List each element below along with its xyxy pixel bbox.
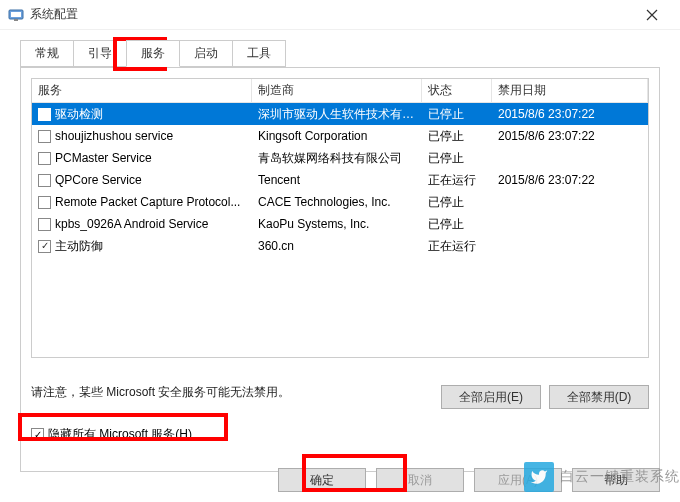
manufacturer-cell: 360.cn [252,239,422,253]
service-name: shoujizhushou service [55,129,173,143]
enable-disable-group: 全部启用(E) 全部禁用(D) [441,385,649,409]
tab-boot[interactable]: 引导 [73,40,127,67]
hide-microsoft-checkbox[interactable]: ✓ [31,428,44,441]
services-table: 服务 制造商 状态 禁用日期 驱动检测深圳市驱动人生软件技术有限...已停止20… [31,78,649,358]
tabs: 常规 引导 服务 启动 工具 [0,30,680,67]
col-disable-date[interactable]: 禁用日期 [492,79,648,102]
row-checkbox[interactable] [38,152,51,165]
manufacturer-cell: CACE Technologies, Inc. [252,195,422,209]
table-body: 驱动检测深圳市驱动人生软件技术有限...已停止2015/8/6 23:07:22… [32,103,648,257]
hide-microsoft-checkbox-row[interactable]: ✓ 隐藏所有 Microsoft 服务(H) [31,426,192,443]
status-cell: 正在运行 [422,172,492,189]
status-cell: 已停止 [422,128,492,145]
manufacturer-cell: 深圳市驱动人生软件技术有限... [252,106,422,123]
service-name: 主动防御 [55,238,103,255]
tab-startup[interactable]: 启动 [179,40,233,67]
table-row[interactable]: Remote Packet Capture Protocol...CACE Te… [32,191,648,213]
watermark: 白云一键重装系统 [524,462,680,492]
tab-services[interactable]: 服务 [126,40,180,67]
watermark-icon [524,462,554,492]
tab-tools[interactable]: 工具 [232,40,286,67]
window-title: 系统配置 [30,6,632,23]
row-checkbox[interactable]: ✓ [38,240,51,253]
table-row[interactable]: shoujizhushou serviceKingsoft Corporatio… [32,125,648,147]
row-checkbox[interactable] [38,130,51,143]
services-pane: 服务 制造商 状态 禁用日期 驱动检测深圳市驱动人生软件技术有限...已停止20… [20,67,660,472]
status-cell: 已停止 [422,216,492,233]
row-checkbox[interactable] [38,108,51,121]
status-cell: 已停止 [422,194,492,211]
table-row[interactable]: kpbs_0926A Android ServiceKaoPu Systems,… [32,213,648,235]
app-icon [8,7,24,23]
service-name: 驱动检测 [55,106,103,123]
col-manufacturer[interactable]: 制造商 [252,79,422,102]
svg-rect-1 [11,12,21,17]
tab-general[interactable]: 常规 [20,40,74,67]
service-name: PCMaster Service [55,151,152,165]
col-status[interactable]: 状态 [422,79,492,102]
service-name: kpbs_0926A Android Service [55,217,208,231]
table-row[interactable]: PCMaster Service青岛软媒网络科技有限公司已停止 [32,147,648,169]
date-cell: 2015/8/6 23:07:22 [492,107,648,121]
table-row[interactable]: 驱动检测深圳市驱动人生软件技术有限...已停止2015/8/6 23:07:22 [32,103,648,125]
row-checkbox[interactable] [38,196,51,209]
col-service[interactable]: 服务 [32,79,252,102]
date-cell: 2015/8/6 23:07:22 [492,129,648,143]
disable-all-button[interactable]: 全部禁用(D) [549,385,649,409]
table-row[interactable]: QPCore ServiceTencent正在运行2015/8/6 23:07:… [32,169,648,191]
service-name: Remote Packet Capture Protocol... [55,195,240,209]
status-cell: 已停止 [422,106,492,123]
cancel-button[interactable]: 取消 [376,468,464,492]
service-name: QPCore Service [55,173,142,187]
ok-button[interactable]: 确定 [278,468,366,492]
close-icon [646,9,658,21]
titlebar: 系统配置 [0,0,680,30]
date-cell: 2015/8/6 23:07:22 [492,173,648,187]
notice-text: 请注意，某些 Microsoft 安全服务可能无法禁用。 [31,384,290,401]
enable-all-button[interactable]: 全部启用(E) [441,385,541,409]
row-checkbox[interactable] [38,218,51,231]
manufacturer-cell: 青岛软媒网络科技有限公司 [252,150,422,167]
hide-microsoft-label: 隐藏所有 Microsoft 服务(H) [48,426,192,443]
manufacturer-cell: KaoPu Systems, Inc. [252,217,422,231]
table-header: 服务 制造商 状态 禁用日期 [32,79,648,103]
status-cell: 已停止 [422,150,492,167]
status-cell: 正在运行 [422,238,492,255]
watermark-text: 白云一键重装系统 [560,468,680,486]
svg-rect-2 [14,19,18,21]
manufacturer-cell: Tencent [252,173,422,187]
table-row[interactable]: ✓主动防御360.cn正在运行 [32,235,648,257]
close-button[interactable] [632,0,672,30]
manufacturer-cell: Kingsoft Corporation [252,129,422,143]
row-checkbox[interactable] [38,174,51,187]
